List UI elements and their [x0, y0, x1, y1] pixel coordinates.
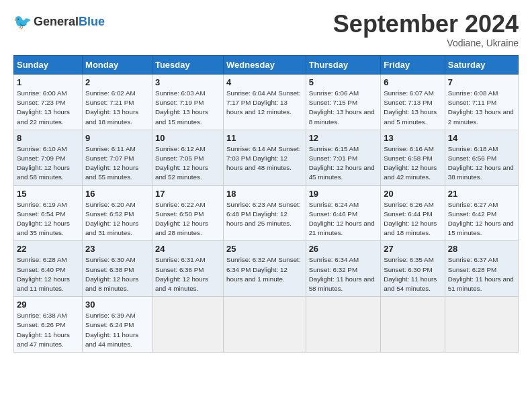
- calendar-header-row: Sunday Monday Tuesday Wednesday Thursday…: [14, 56, 519, 75]
- day-info: Sunrise: 6:35 AM Sunset: 6:30 PM Dayligh…: [384, 255, 442, 293]
- day-info: Sunrise: 6:00 AM Sunset: 7:23 PM Dayligh…: [17, 89, 79, 127]
- col-monday: Monday: [83, 56, 152, 75]
- col-thursday: Thursday: [306, 56, 381, 75]
- day-number: 26: [309, 244, 378, 254]
- day-number: 29: [17, 300, 79, 310]
- table-row: 23Sunrise: 6:30 AM Sunset: 6:38 PM Dayli…: [83, 241, 152, 297]
- day-number: 1: [17, 77, 79, 87]
- day-number: 21: [448, 189, 515, 199]
- day-number: 5: [309, 77, 378, 87]
- logo-text: GeneralBlue: [34, 15, 105, 28]
- day-info: Sunrise: 6:08 AM Sunset: 7:11 PM Dayligh…: [448, 89, 515, 127]
- table-row: 19Sunrise: 6:24 AM Sunset: 6:46 PM Dayli…: [306, 185, 381, 241]
- col-tuesday: Tuesday: [152, 56, 223, 75]
- calendar-body: 1Sunrise: 6:00 AM Sunset: 7:23 PM Daylig…: [14, 75, 519, 353]
- day-info: Sunrise: 6:11 AM Sunset: 7:07 PM Dayligh…: [85, 144, 149, 183]
- logo-blue: Blue: [79, 15, 105, 28]
- day-number: 8: [17, 133, 79, 143]
- day-info: Sunrise: 6:12 AM Sunset: 7:05 PM Dayligh…: [155, 144, 220, 183]
- day-info: Sunrise: 6:27 AM Sunset: 6:42 PM Dayligh…: [448, 200, 515, 238]
- day-number: 17: [155, 189, 220, 199]
- day-info: Sunrise: 6:23 AM Sunset: 6:48 PM Dayligh…: [226, 200, 303, 229]
- table-row: 10Sunrise: 6:12 AM Sunset: 7:05 PM Dayli…: [152, 130, 223, 185]
- calendar-table: Sunday Monday Tuesday Wednesday Thursday…: [13, 55, 519, 353]
- day-info: Sunrise: 6:19 AM Sunset: 6:54 PM Dayligh…: [17, 200, 79, 238]
- table-row: 7Sunrise: 6:08 AM Sunset: 7:11 PM Daylig…: [445, 75, 518, 130]
- day-number: 15: [17, 189, 79, 199]
- day-info: Sunrise: 6:22 AM Sunset: 6:50 PM Dayligh…: [155, 200, 220, 238]
- table-row: 29Sunrise: 6:38 AM Sunset: 6:26 PM Dayli…: [14, 297, 83, 353]
- page: 🐦 GeneralBlue September 2024 Vodiane, Uk…: [0, 0, 532, 359]
- calendar-week-row: 15Sunrise: 6:19 AM Sunset: 6:54 PM Dayli…: [14, 185, 519, 241]
- table-row: 18Sunrise: 6:23 AM Sunset: 6:48 PM Dayli…: [223, 185, 306, 241]
- col-sunday: Sunday: [14, 56, 83, 75]
- day-number: 20: [384, 189, 442, 199]
- day-number: 11: [226, 133, 303, 143]
- table-row: 3Sunrise: 6:03 AM Sunset: 7:19 PM Daylig…: [152, 75, 223, 130]
- day-number: 9: [85, 133, 149, 143]
- col-wednesday: Wednesday: [223, 56, 306, 75]
- location: Vodiane, Ukraine: [333, 38, 519, 48]
- header: 🐦 GeneralBlue September 2024 Vodiane, Uk…: [13, 12, 519, 48]
- table-row: 8Sunrise: 6:10 AM Sunset: 7:09 PM Daylig…: [14, 130, 83, 185]
- table-row: 15Sunrise: 6:19 AM Sunset: 6:54 PM Dayli…: [14, 185, 83, 241]
- day-number: 18: [226, 189, 303, 199]
- month-title: September 2024: [333, 12, 519, 36]
- table-row: 28Sunrise: 6:37 AM Sunset: 6:28 PM Dayli…: [445, 241, 518, 297]
- table-row: 9Sunrise: 6:11 AM Sunset: 7:07 PM Daylig…: [83, 130, 152, 185]
- col-saturday: Saturday: [445, 56, 518, 75]
- day-number: 10: [155, 133, 220, 143]
- table-row: 16Sunrise: 6:20 AM Sunset: 6:52 PM Dayli…: [83, 185, 152, 241]
- logo-general: General: [34, 15, 79, 28]
- logo: 🐦 GeneralBlue: [13, 12, 105, 31]
- day-number: 19: [309, 189, 378, 199]
- table-row: [223, 297, 306, 353]
- day-number: 2: [85, 77, 149, 87]
- table-row: 17Sunrise: 6:22 AM Sunset: 6:50 PM Dayli…: [152, 185, 223, 241]
- table-row: 25Sunrise: 6:32 AM Sunset: 6:34 PM Dayli…: [223, 241, 306, 297]
- day-number: 7: [448, 77, 515, 87]
- day-number: 16: [85, 189, 149, 199]
- day-info: Sunrise: 6:20 AM Sunset: 6:52 PM Dayligh…: [85, 200, 149, 238]
- table-row: 11Sunrise: 6:14 AM Sunset: 7:03 PM Dayli…: [223, 130, 306, 185]
- day-number: 28: [448, 244, 515, 254]
- table-row: 4Sunrise: 6:04 AM Sunset: 7:17 PM Daylig…: [223, 75, 306, 130]
- day-info: Sunrise: 6:32 AM Sunset: 6:34 PM Dayligh…: [226, 255, 303, 284]
- table-row: 2Sunrise: 6:02 AM Sunset: 7:21 PM Daylig…: [83, 75, 152, 130]
- day-number: 4: [226, 77, 303, 87]
- table-row: 12Sunrise: 6:15 AM Sunset: 7:01 PM Dayli…: [306, 130, 381, 185]
- day-number: 6: [384, 77, 442, 87]
- table-row: 27Sunrise: 6:35 AM Sunset: 6:30 PM Dayli…: [381, 241, 445, 297]
- day-info: Sunrise: 6:02 AM Sunset: 7:21 PM Dayligh…: [85, 89, 149, 127]
- day-info: Sunrise: 6:10 AM Sunset: 7:09 PM Dayligh…: [17, 144, 79, 183]
- day-info: Sunrise: 6:37 AM Sunset: 6:28 PM Dayligh…: [448, 255, 515, 293]
- day-number: 27: [384, 244, 442, 254]
- day-info: Sunrise: 6:28 AM Sunset: 6:40 PM Dayligh…: [17, 255, 79, 293]
- day-number: 30: [85, 300, 149, 310]
- day-number: 13: [384, 133, 442, 143]
- day-number: 25: [226, 244, 303, 254]
- table-row: 13Sunrise: 6:16 AM Sunset: 6:58 PM Dayli…: [381, 130, 445, 185]
- day-number: 22: [17, 244, 79, 254]
- day-info: Sunrise: 6:18 AM Sunset: 6:56 PM Dayligh…: [448, 144, 515, 183]
- table-row: 6Sunrise: 6:07 AM Sunset: 7:13 PM Daylig…: [381, 75, 445, 130]
- day-info: Sunrise: 6:03 AM Sunset: 7:19 PM Dayligh…: [155, 89, 220, 127]
- day-info: Sunrise: 6:30 AM Sunset: 6:38 PM Dayligh…: [85, 255, 149, 293]
- day-info: Sunrise: 6:39 AM Sunset: 6:24 PM Dayligh…: [85, 311, 149, 349]
- day-info: Sunrise: 6:26 AM Sunset: 6:44 PM Dayligh…: [384, 200, 442, 238]
- day-info: Sunrise: 6:31 AM Sunset: 6:36 PM Dayligh…: [155, 255, 220, 293]
- day-info: Sunrise: 6:06 AM Sunset: 7:15 PM Dayligh…: [309, 89, 378, 127]
- table-row: 26Sunrise: 6:34 AM Sunset: 6:32 PM Dayli…: [306, 241, 381, 297]
- table-row: 5Sunrise: 6:06 AM Sunset: 7:15 PM Daylig…: [306, 75, 381, 130]
- day-number: 23: [85, 244, 149, 254]
- table-row: 14Sunrise: 6:18 AM Sunset: 6:56 PM Dayli…: [445, 130, 518, 185]
- svg-text:🐦: 🐦: [13, 13, 32, 31]
- day-info: Sunrise: 6:16 AM Sunset: 6:58 PM Dayligh…: [384, 144, 442, 183]
- table-row: 1Sunrise: 6:00 AM Sunset: 7:23 PM Daylig…: [14, 75, 83, 130]
- table-row: [445, 297, 518, 353]
- table-row: [152, 297, 223, 353]
- day-info: Sunrise: 6:15 AM Sunset: 7:01 PM Dayligh…: [309, 144, 378, 183]
- table-row: [306, 297, 381, 353]
- logo-icon: 🐦: [13, 12, 32, 31]
- table-row: 24Sunrise: 6:31 AM Sunset: 6:36 PM Dayli…: [152, 241, 223, 297]
